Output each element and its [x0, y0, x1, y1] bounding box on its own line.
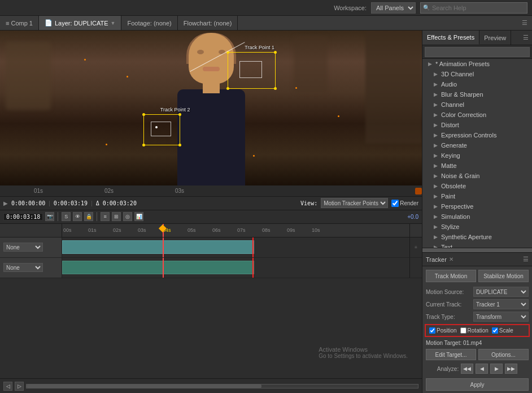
- zoom-out-btn[interactable]: ◁: [3, 382, 12, 391]
- stabilize-motion-btn[interactable]: Stabilize Motion: [478, 270, 529, 282]
- viewer-area: Track Point 1 Track Point 2: [0, 31, 422, 185]
- track-playhead-1: [163, 237, 164, 257]
- effect-chevron-perspective: ▶: [434, 204, 438, 209]
- effect-item-matte[interactable]: ▶ Matte: [422, 161, 532, 171]
- effect-item-stylize[interactable]: ▶ Stylize: [422, 222, 532, 232]
- effect-chevron-animation: ▶: [428, 61, 432, 67]
- view-label: View:: [300, 200, 317, 206]
- analyze-forward-btn[interactable]: ▶▶: [505, 364, 517, 374]
- effect-chevron-expression: ▶: [434, 132, 438, 138]
- tracker-close-btn[interactable]: ✕: [449, 256, 453, 262]
- main-content: Track Point 1 Track Point 2: [0, 31, 532, 393]
- track-select-1[interactable]: None: [3, 243, 43, 252]
- timecode-3: Δ 0:00:03:20: [96, 200, 137, 206]
- effect-item-channel[interactable]: ▶ Channel: [422, 100, 532, 110]
- track-dot-2-tr: [178, 113, 181, 116]
- effect-item-audio[interactable]: ▶ Audio: [422, 79, 532, 89]
- zoom-in-btn[interactable]: ▷: [15, 382, 24, 391]
- effect-item-color-correction[interactable]: ▶ Color Correction: [422, 110, 532, 120]
- bg-figure-1: [6, 42, 51, 110]
- tab-footage[interactable]: Footage: (none): [121, 16, 177, 30]
- edit-target-btn[interactable]: Edit Target...: [426, 349, 476, 360]
- options-btn[interactable]: Options...: [478, 349, 529, 360]
- tab-effects-presets[interactable]: Effects & Presets: [422, 31, 479, 45]
- effect-item-simulation[interactable]: ▶ Simulation: [422, 211, 532, 222]
- analyze-back-btn[interactable]: ◀: [476, 364, 488, 374]
- effect-item-paint[interactable]: ▶ Paint: [422, 191, 532, 201]
- effect-item-obsolete[interactable]: ▶ Obsolete: [422, 181, 532, 191]
- bottom-toolbar: ◁ ▷: [0, 378, 422, 393]
- effect-item-text[interactable]: ▶ Text: [422, 242, 532, 248]
- collapse-btn[interactable]: ≡: [101, 212, 110, 221]
- tab-comp[interactable]: ≡ Comp 1: [0, 16, 39, 30]
- scale-checkbox[interactable]: [492, 327, 498, 334]
- snap-btn[interactable]: 📷: [45, 212, 54, 221]
- view-select[interactable]: Motion Tracker Points: [321, 198, 388, 208]
- tracker-btns-row: Edit Target... Options...: [422, 348, 532, 361]
- track-select-2[interactable]: None: [3, 263, 43, 272]
- position-checkbox-label: Position: [429, 327, 457, 334]
- effect-chevron-stylize: ▶: [434, 224, 438, 230]
- tab-flowchart-label: Flowchart: (none): [184, 20, 232, 27]
- graph-btn[interactable]: 📊: [134, 212, 143, 221]
- effect-item-expression[interactable]: ▶ Expression Controls: [422, 130, 532, 140]
- position-checkbox[interactable]: [429, 327, 435, 334]
- effect-item-perspective[interactable]: ▶ Perspective: [422, 201, 532, 211]
- effect-item-distort[interactable]: ▶ Distort: [422, 120, 532, 130]
- effect-chevron-simulation: ▶: [434, 214, 438, 219]
- tracker-menu-icon[interactable]: ☰: [523, 256, 529, 263]
- current-track-select[interactable]: Tracker 1: [473, 299, 529, 309]
- motion-source-field: Motion Source: DUPLICATE: [422, 286, 532, 298]
- lock-btn[interactable]: 🔒: [84, 212, 93, 221]
- track-row-2: None: [0, 258, 422, 278]
- tab-menu-icon[interactable]: ☰: [517, 16, 532, 30]
- analyze-play-btn[interactable]: ▶: [490, 364, 503, 374]
- track-type-select[interactable]: Transform: [473, 312, 529, 322]
- effect-item-generate[interactable]: ▶ Generate: [422, 140, 532, 150]
- position-label: Position: [437, 327, 457, 334]
- workspace-select[interactable]: All Panels: [371, 2, 416, 14]
- analyze-rewind-btn[interactable]: ◀◀: [461, 364, 473, 374]
- effect-item-animation-presets[interactable]: ▶ * Animation Presets: [422, 59, 532, 69]
- effects-search-input[interactable]: [425, 47, 530, 57]
- frame-blend-btn[interactable]: ⊞: [112, 212, 121, 221]
- tab-comp-label: ≡ Comp 1: [6, 20, 33, 27]
- viewer-canvas: Track Point 1 Track Point 2: [0, 31, 422, 185]
- effect-chevron-noise: ▶: [434, 173, 438, 179]
- current-track-field: Current Track: Tracker 1: [422, 298, 532, 310]
- ruler-mark-2: 02s: [104, 188, 114, 194]
- tab-layer[interactable]: 📄 Layer: DUPLICATE ▼: [39, 16, 121, 30]
- effect-item-keying[interactable]: ▶ Keying: [422, 150, 532, 161]
- effect-label-blur: Blur & Sharpen: [441, 91, 483, 98]
- track-motion-btn[interactable]: Track Motion: [426, 270, 476, 282]
- effects-panel-menu[interactable]: ☰: [520, 31, 532, 45]
- effect-item-3d-channel[interactable]: ▶ 3D Channel: [422, 69, 532, 79]
- tab-preview[interactable]: Preview: [479, 31, 511, 45]
- effect-item-synthetic[interactable]: ▶ Synthetic Aperture: [422, 232, 532, 242]
- apply-btn[interactable]: Apply: [426, 378, 529, 391]
- motion-source-select[interactable]: DUPLICATE: [473, 287, 529, 297]
- rotation-checkbox[interactable]: [460, 327, 466, 334]
- effect-item-blur[interactable]: ▶ Blur & Sharpen: [422, 89, 532, 100]
- shy-btn[interactable]: 👁: [73, 212, 82, 221]
- tl-mark-9: 09s: [287, 227, 295, 233]
- tab-effects-label: Effects & Presets: [427, 34, 474, 41]
- current-time: 0:00:03:18: [3, 213, 43, 221]
- effect-chevron-paint: ▶: [434, 193, 438, 199]
- effect-label-distort: Distort: [441, 122, 459, 128]
- scroll-bar[interactable]: [26, 384, 418, 388]
- scale-checkbox-label: Scale: [492, 327, 513, 334]
- effect-label-synthetic: Synthetic Aperture: [441, 234, 492, 240]
- effect-item-noise[interactable]: ▶ Noise & Grain: [422, 171, 532, 181]
- search-input[interactable]: [432, 5, 522, 11]
- track-inner-1: [239, 61, 262, 78]
- controls-bar: ▶ 0:00:00:00 | 0:00:03:19 | Δ 0:00:03:20…: [0, 197, 422, 210]
- tab-flowchart[interactable]: Flowchart: (none): [178, 16, 238, 30]
- effect-label-paint: Paint: [441, 193, 455, 200]
- track-label-2: None: [0, 258, 62, 278]
- render-checkbox[interactable]: [391, 200, 399, 207]
- timeline-ruler-header: 00s 01s 02s 03s 04s 05s 06s 07s 08s 09s …: [0, 224, 422, 237]
- solo-btn[interactable]: S: [62, 212, 71, 221]
- motion-blur-btn[interactable]: ◎: [123, 212, 132, 221]
- tl-label-area: [0, 224, 62, 237]
